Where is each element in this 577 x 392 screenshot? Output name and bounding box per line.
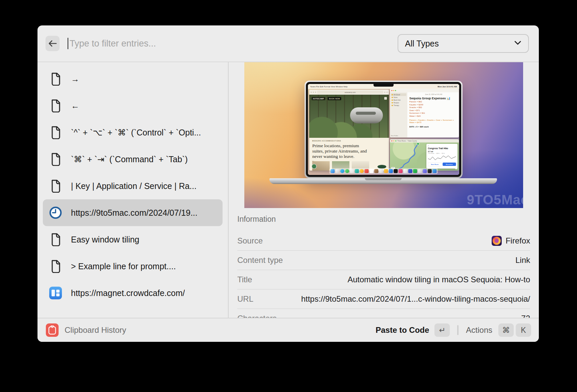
list-item[interactable]: → (43, 66, 223, 92)
list-item-label: > Example line for prompt.... (71, 262, 176, 271)
list-item[interactable]: | Key | Application / Service | Ra... (43, 173, 223, 199)
type-filter-dropdown[interactable]: All Types (398, 34, 529, 53)
list-item[interactable]: Easy window tiling (43, 226, 223, 253)
info-row-characters: Characters 72 (237, 309, 530, 318)
magnet-app-icon (49, 287, 62, 299)
save-route-button: Save Route (428, 163, 442, 166)
source-value: Firefox (506, 236, 530, 246)
information-section: Information Source Firefox Content type … (229, 208, 539, 318)
list-item-label: `⌘` + `⇥` (`Command` + `Tab`) (71, 155, 188, 164)
info-row-source: Source Firefox (237, 231, 530, 251)
document-icon (49, 153, 62, 166)
document-icon (49, 99, 62, 112)
document-icon (49, 126, 62, 139)
characters-value: 72 (521, 314, 530, 318)
list-item-label: Easy window tiling (71, 235, 139, 244)
safari-window: autocamp.com AUTOCAMP BOOK NOW (309, 90, 389, 171)
list-item[interactable]: > Example line for prompt.... (43, 253, 223, 280)
list-item-label: ← (71, 101, 79, 111)
elevation-chart (428, 154, 456, 161)
info-row-content-type: Content type Link (237, 251, 530, 270)
macbook-base (269, 178, 497, 184)
dock (329, 168, 438, 174)
footer-divider (457, 325, 459, 335)
enter-key[interactable]: ↵ (434, 323, 450, 337)
primary-action-label[interactable]: Paste to Code (376, 325, 429, 335)
document-icon (49, 233, 62, 246)
arrow-left-icon (48, 40, 57, 47)
url-value: https://9to5mac.com/2024/07/1...c-window… (301, 294, 530, 304)
maps-window: Three Rivers – Tulare County × Congress … (390, 139, 459, 171)
content-type-value: Link (515, 256, 530, 265)
raycast-window: All Types → ← (37, 25, 539, 342)
firefox-icon (492, 236, 502, 246)
back-button[interactable] (46, 36, 60, 51)
document-icon (49, 72, 62, 86)
document-icon (49, 260, 62, 273)
list-item[interactable]: `⌘` + `⇥` (`Command` + `Tab`) (43, 146, 223, 173)
clipboard-entry-list: → ← `^` + `⌥` + `⌘` (`Control` + `Opti..… (37, 62, 229, 318)
directions-button: Directions (443, 163, 456, 166)
command-key[interactable]: ⌘ (498, 323, 514, 337)
list-item-label: → (71, 74, 79, 84)
list-item-label: | Key | Application / Service | Ra... (71, 181, 196, 191)
macbook-illustration: Notes File Edit Format View Window Help … (305, 81, 463, 178)
preview-image: Notes File Edit Format View Window Help … (244, 62, 523, 208)
info-row-url: URL https://9to5mac.com/2024/07/1...c-wi… (237, 290, 530, 309)
title-value: Automatic window tiling in macOS Sequoia… (347, 275, 530, 284)
document-icon (49, 179, 62, 193)
notes-window: All iCloud Notes Book Club Recipes Thera… (390, 89, 459, 137)
action-bar: Clipboard History Paste to Code ↵ Action… (37, 318, 539, 342)
list-item[interactable]: ← (43, 92, 223, 119)
clipboard-history-icon (46, 323, 59, 337)
info-row-title: Title Automatic window tiling in macOS S… (237, 270, 530, 290)
list-item[interactable]: `^` + `⌥` + `⌘` (`Control` + `Opti... (43, 119, 223, 146)
list-item-label: https://magnet.crowdcafe.com/ (71, 288, 185, 298)
preview-pane: Notes File Edit Format View Window Help … (229, 62, 539, 318)
search-input[interactable] (68, 38, 398, 49)
list-item-label: `^` + `⌥` + `⌘` (`Control` + `Opti... (71, 128, 201, 137)
type-filter-value: All Types (405, 39, 511, 48)
list-item[interactable]: https://magnet.crowdcafe.com/ (43, 280, 223, 306)
list-item-selected[interactable]: https://9to5mac.com/2024/07/19... (43, 199, 223, 226)
hike-card: × Congress Trail Hike 2.7 mi 1 hr 23 min… (426, 144, 458, 169)
information-header: Information (237, 215, 530, 231)
list-item-label: https://9to5mac.com/2024/07/19... (71, 208, 197, 218)
clock-icon (49, 206, 62, 219)
search-bar: All Types (37, 25, 539, 62)
extension-name: Clipboard History (65, 325, 126, 335)
k-key[interactable]: K (516, 323, 531, 337)
actions-button[interactable]: Actions (466, 325, 492, 335)
watermark: 9TO5Mac (467, 192, 523, 207)
chevron-down-icon (514, 40, 521, 46)
